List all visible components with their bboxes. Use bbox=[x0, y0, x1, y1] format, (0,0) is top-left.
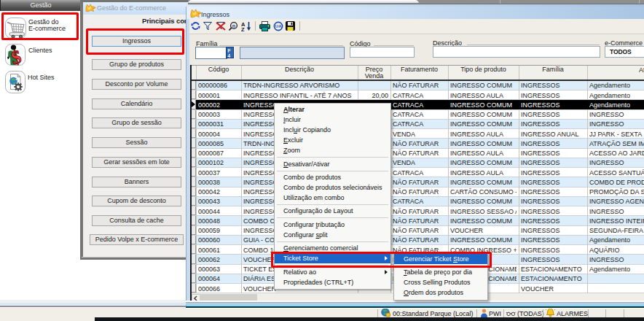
svg-text:Z: Z bbox=[241, 26, 245, 32]
svg-text:F: F bbox=[228, 48, 231, 53]
svg-text:4: 4 bbox=[228, 53, 231, 58]
svg-text:UA: UA bbox=[275, 24, 282, 28]
svg-text:n: n bbox=[232, 23, 235, 28]
